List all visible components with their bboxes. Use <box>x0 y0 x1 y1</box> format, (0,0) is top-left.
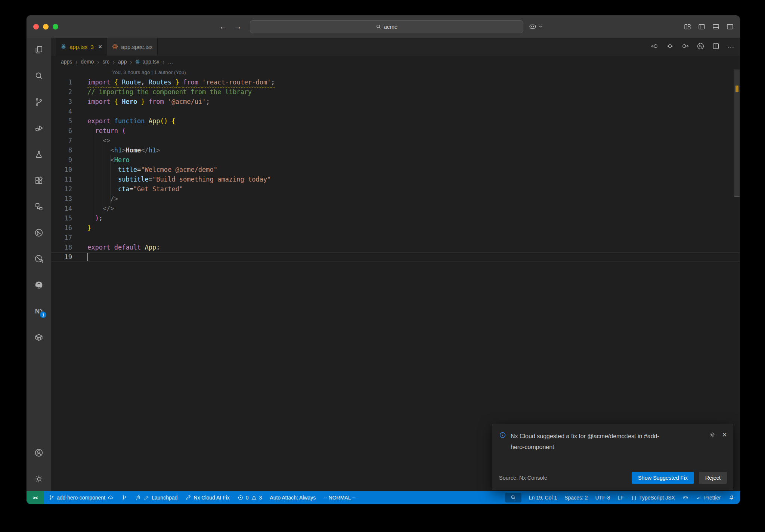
vim-mode-status[interactable]: -- NORMAL -- <box>323 495 356 501</box>
code-line-17[interactable]: 17 <box>51 233 740 242</box>
previous-change-icon[interactable] <box>651 42 659 52</box>
testing-icon[interactable] <box>34 149 44 159</box>
nx-graph-icon[interactable] <box>34 228 44 238</box>
code-line-8[interactable]: 8 <h1>Home</h1> <box>51 145 740 155</box>
line-number[interactable]: 9 <box>51 155 72 165</box>
toggle-secondary-sidebar-icon[interactable] <box>726 23 734 31</box>
remote-indicator[interactable]: >< <box>27 491 44 504</box>
code-line-2[interactable]: 2// importing the component from the lib… <box>51 87 740 97</box>
search-icon[interactable] <box>34 71 44 81</box>
references-icon[interactable] <box>34 202 44 211</box>
code-line-1[interactable]: 1import { Route, Routes } from 'react-ro… <box>51 77 740 87</box>
code-line-11[interactable]: 11 subtitle="Build something amazing tod… <box>51 174 740 184</box>
line-number[interactable]: 11 <box>51 174 72 184</box>
next-change-icon[interactable] <box>681 42 689 52</box>
run-debug-icon[interactable] <box>34 123 44 133</box>
show-suggested-fix-button[interactable]: Show Suggested Fix <box>632 472 694 484</box>
line-number[interactable]: 8 <box>51 145 72 155</box>
line-number[interactable]: 3 <box>51 97 72 106</box>
auto-attach-status[interactable]: Auto Attach: Always <box>270 495 316 501</box>
prettier-status[interactable]: Prettier <box>696 495 721 501</box>
code-line-4[interactable]: 4 <box>51 106 740 116</box>
settings-gear-icon[interactable] <box>34 474 44 484</box>
close-window-button[interactable] <box>33 24 39 30</box>
code-line-12[interactable]: 12 cta="Get Started" <box>51 184 740 194</box>
line-number[interactable]: 14 <box>51 204 72 213</box>
code-line-7[interactable]: 7 <> <box>51 136 740 145</box>
close-tab-icon[interactable]: × <box>98 43 102 50</box>
source-control-graph-status[interactable] <box>121 495 127 501</box>
edge-browser-icon[interactable] <box>34 280 44 290</box>
toast-settings-gear-icon[interactable] <box>709 432 716 440</box>
line-number[interactable]: 17 <box>51 233 72 242</box>
account-icon[interactable] <box>34 448 44 458</box>
code-line-15[interactable]: 15 ); <box>51 213 740 223</box>
line-number[interactable]: 7 <box>51 136 72 145</box>
eol-status[interactable]: LF <box>617 495 623 501</box>
language-mode-status[interactable]: {} TypeScript JSX <box>631 495 675 501</box>
notifications-bell[interactable] <box>728 495 734 501</box>
code-line-14[interactable]: 14 </> <box>51 204 740 213</box>
changes-icon[interactable] <box>666 42 674 52</box>
editor-scrollbar[interactable] <box>734 56 740 491</box>
encoding-status[interactable]: UTF-8 <box>595 495 610 501</box>
line-number[interactable]: 5 <box>51 116 72 126</box>
code-line-19[interactable]: 19 <box>51 252 740 262</box>
breadcrumb-file[interactable]: app.tsx <box>135 59 159 65</box>
scrollbar-thumb[interactable] <box>734 69 740 197</box>
line-number[interactable]: 4 <box>51 106 72 116</box>
copilot-menu[interactable] <box>529 15 543 38</box>
launchpad-status[interactable]: Launchpad <box>135 495 177 501</box>
git-branch-status[interactable]: add-hero-component <box>49 495 114 501</box>
code-line-3[interactable]: 3import { Hero } from '@acme/ui'; <box>51 97 740 106</box>
extensions-icon[interactable] <box>34 176 44 185</box>
minimize-window-button[interactable] <box>43 24 49 30</box>
line-number[interactable]: 6 <box>51 126 72 136</box>
back-button[interactable]: ← <box>219 22 227 31</box>
forward-button[interactable]: → <box>234 22 242 31</box>
more-actions-icon[interactable]: ⋯ <box>727 43 735 51</box>
code-line-16[interactable]: 16} <box>51 223 740 233</box>
toast-close-icon[interactable]: × <box>722 432 727 438</box>
reject-button[interactable]: Reject <box>699 472 727 484</box>
breadcrumb-item[interactable]: … <box>168 59 173 65</box>
maximize-window-button[interactable] <box>53 24 58 30</box>
code-line-10[interactable]: 10 title="Welcmoe @acme/demo" <box>51 165 740 174</box>
breadcrumb-item[interactable]: demo <box>81 59 94 65</box>
source-control-icon[interactable] <box>34 97 44 107</box>
containers-icon[interactable] <box>34 332 44 342</box>
nx-console-icon[interactable]: N 1 <box>34 306 44 316</box>
zoom-out-button[interactable] <box>505 493 521 502</box>
code-line-13[interactable]: 13 /> <box>51 194 740 204</box>
code-line-18[interactable]: 18export default App; <box>51 242 740 252</box>
breadcrumb-item[interactable]: src <box>102 59 109 65</box>
line-number[interactable]: 12 <box>51 184 72 194</box>
code-line-6[interactable]: 6 return ( <box>51 126 740 136</box>
toggle-panel-icon[interactable] <box>712 23 720 31</box>
cursor-position-status[interactable]: Ln 19, Col 1 <box>529 495 557 501</box>
line-number[interactable]: 13 <box>51 194 72 204</box>
nx-cloud-ai-fix-status[interactable]: Nx Cloud AI Fix <box>185 495 229 501</box>
customize-layout-icon[interactable] <box>684 23 691 31</box>
code-line-9[interactable]: 9 <Hero <box>51 155 740 165</box>
problems-status[interactable]: 0 3 <box>238 495 262 501</box>
explorer-icon[interactable] <box>34 45 44 55</box>
line-number[interactable]: 19 <box>51 252 72 262</box>
command-center-search[interactable]: acme <box>250 20 523 33</box>
line-number[interactable]: 1 <box>51 77 72 87</box>
nx-project-details-icon[interactable] <box>34 254 44 264</box>
breadcrumb-item[interactable]: apps <box>61 59 72 65</box>
copilot-status[interactable] <box>682 495 688 501</box>
tab-app-spec-tsx[interactable]: app.spec.tsx <box>107 38 158 56</box>
line-number[interactable]: 16 <box>51 223 72 233</box>
code-line-5[interactable]: 5export function App() { <box>51 116 740 126</box>
toggle-primary-sidebar-icon[interactable] <box>698 23 706 31</box>
line-number[interactable]: 10 <box>51 165 72 174</box>
run-target-icon[interactable] <box>697 42 704 52</box>
line-number[interactable]: 18 <box>51 242 72 252</box>
tab-app-tsx[interactable]: app.tsx 3 × <box>56 38 107 56</box>
indentation-status[interactable]: Spaces: 2 <box>564 495 588 501</box>
line-number[interactable]: 2 <box>51 87 72 97</box>
breadcrumb-item[interactable]: app <box>118 59 127 65</box>
line-number[interactable]: 15 <box>51 213 72 223</box>
